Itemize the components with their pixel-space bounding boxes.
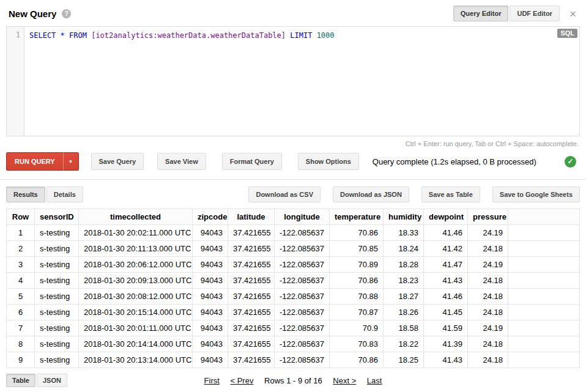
run-query-label[interactable]: RUN QUERY (7, 153, 63, 170)
bigquery-query-page: New Query ? Query Editor UDF Editor × 1 … (0, 0, 586, 392)
query-editor-button[interactable]: Query Editor (453, 6, 509, 21)
table-cell: 18.58 (384, 320, 424, 336)
table-row: 7s-testing2018-01-30 20:01:11.000 UTC940… (7, 320, 580, 336)
table-cell: 37.421655 (228, 257, 275, 273)
query-status-text: Query complete (1.2s elapsed, 0 B proces… (373, 157, 536, 166)
table-cell-filler (508, 273, 580, 289)
table-row: 4s-testing2018-01-30 20:09:13.000 UTC940… (7, 273, 580, 289)
table-cell: 2018-01-30 20:15:14.000 UTC (79, 305, 193, 320)
save-query-button[interactable]: Save Query (91, 153, 144, 170)
help-icon[interactable]: ? (62, 9, 71, 18)
table-cell-filler (508, 257, 580, 273)
results-table: Row sensorID timecollected zipcode latit… (6, 209, 580, 368)
table-cell-filler (508, 225, 580, 241)
table-cell: 18.24 (384, 241, 424, 257)
column-header-row: Row (7, 209, 35, 225)
results-actions: Download as CSV Download as JSON Save as… (236, 187, 580, 202)
sql-table-ref: [iot2analytics:weatherData.weatherDataTa… (91, 31, 286, 40)
table-cell: 70.83 (330, 336, 384, 352)
table-cell: 4 (7, 273, 35, 289)
pagination-prev-link[interactable]: < Prev (230, 376, 253, 385)
table-cell: 41.43 (424, 352, 468, 368)
table-cell: 24.19 (468, 257, 508, 273)
table-cell: s-testing (35, 273, 79, 289)
pagination-info: Rows 1 - 9 of 16 (264, 376, 322, 385)
tab-results[interactable]: Results (6, 187, 45, 202)
header: New Query ? Query Editor UDF Editor × (0, 0, 586, 25)
table-cell: 94043 (193, 289, 228, 305)
show-options-button[interactable]: Show Options (298, 153, 359, 170)
table-cell: s-testing (35, 289, 79, 305)
sql-code-area[interactable]: SELECT * FROM [iot2analytics:weatherData… (24, 27, 579, 136)
table-cell: 18.23 (384, 273, 424, 289)
run-query-dropdown-icon[interactable]: ▼ (63, 153, 78, 170)
table-row: 3s-testing2018-01-30 20:06:12.000 UTC940… (7, 257, 580, 273)
editor-mode-switch: Query Editor UDF Editor × (453, 6, 579, 21)
table-cell-filler (508, 289, 580, 305)
save-to-sheets-button[interactable]: Save to Google Sheets (492, 187, 580, 202)
line-number-gutter: 1 (7, 27, 24, 136)
table-cell: 70.88 (330, 289, 384, 305)
close-icon[interactable]: × (569, 8, 576, 20)
table-cell: 24.18 (468, 336, 508, 352)
table-cell: 18.33 (384, 225, 424, 241)
table-cell: -122.085637 (275, 257, 330, 273)
table-cell: 70.85 (330, 241, 384, 257)
table-cell: 18.27 (384, 289, 424, 305)
table-cell: 41.45 (424, 305, 468, 320)
pagination-first-link[interactable]: First (204, 376, 220, 385)
table-cell: -122.085637 (275, 241, 330, 257)
pagination-last-link[interactable]: Last (367, 376, 382, 385)
column-header-latitude: latitude (228, 209, 275, 225)
editor-shortcut-hint: Ctrl + Enter: run query, Tab or Ctrl + S… (0, 136, 586, 151)
table-cell: 6 (7, 305, 35, 320)
pagination: First < Prev Rows 1 - 9 of 16 Next > Las… (0, 376, 586, 385)
table-cell: 70.86 (330, 273, 384, 289)
table-cell: 8 (7, 336, 35, 352)
table-cell: 5 (7, 289, 35, 305)
table-cell: 94043 (193, 320, 228, 336)
table-cell-filler (508, 305, 580, 320)
format-query-button[interactable]: Format Query (222, 153, 282, 170)
table-cell: 3 (7, 257, 35, 273)
table-cell: s-testing (35, 305, 79, 320)
table-cell: 41.43 (424, 273, 468, 289)
table-cell: 37.421655 (228, 336, 275, 352)
success-check-icon: ✓ (565, 156, 576, 168)
table-cell-filler (508, 241, 580, 257)
column-header-zipcode: zipcode (193, 209, 228, 225)
table-cell: 41.46 (424, 289, 468, 305)
tab-details[interactable]: Details (46, 187, 83, 202)
table-cell: 94043 (193, 305, 228, 320)
download-csv-button[interactable]: Download as CSV (248, 187, 321, 202)
pagination-next-link[interactable]: Next > (333, 376, 356, 385)
download-json-button[interactable]: Download as JSON (333, 187, 409, 202)
table-cell: 94043 (193, 352, 228, 368)
table-cell-filler (508, 320, 580, 336)
table-cell: -122.085637 (275, 273, 330, 289)
table-header-row: Row sensorID timecollected zipcode latit… (7, 209, 580, 225)
toolbar: RUN QUERY ▼ Save Query Save View Format … (0, 151, 586, 179)
column-header-timecollected: timecollected (79, 209, 193, 225)
save-view-button[interactable]: Save View (157, 153, 206, 170)
table-cell: 24.18 (468, 241, 508, 257)
table-row: 6s-testing2018-01-30 20:15:14.000 UTC940… (7, 305, 580, 320)
table-cell: -122.085637 (275, 289, 330, 305)
table-cell: 37.421655 (228, 225, 275, 241)
column-header-pressure: pressure (468, 209, 508, 225)
table-cell: 41.59 (424, 320, 468, 336)
table-cell: s-testing (35, 336, 79, 352)
table-cell: 2018-01-30 20:09:13.000 UTC (79, 273, 193, 289)
table-cell: 70.87 (330, 305, 384, 320)
table-cell: 24.18 (468, 352, 508, 368)
table-cell: 2 (7, 241, 35, 257)
table-cell: 2018-01-30 20:11:13.000 UTC (79, 241, 193, 257)
run-query-button[interactable]: RUN QUERY ▼ (6, 152, 79, 171)
table-row: 1s-testing2018-01-30 20:02:11.000 UTC940… (7, 225, 580, 241)
column-header-humidity: humidity (384, 209, 424, 225)
udf-editor-button[interactable]: UDF Editor (510, 6, 559, 21)
query-editor: 1 SELECT * FROM [iot2analytics:weatherDa… (6, 26, 580, 136)
table-cell: 18.26 (384, 305, 424, 320)
save-as-table-button[interactable]: Save as Table (421, 187, 480, 202)
table-row: 8s-testing2018-01-30 20:14:14.000 UTC940… (7, 336, 580, 352)
